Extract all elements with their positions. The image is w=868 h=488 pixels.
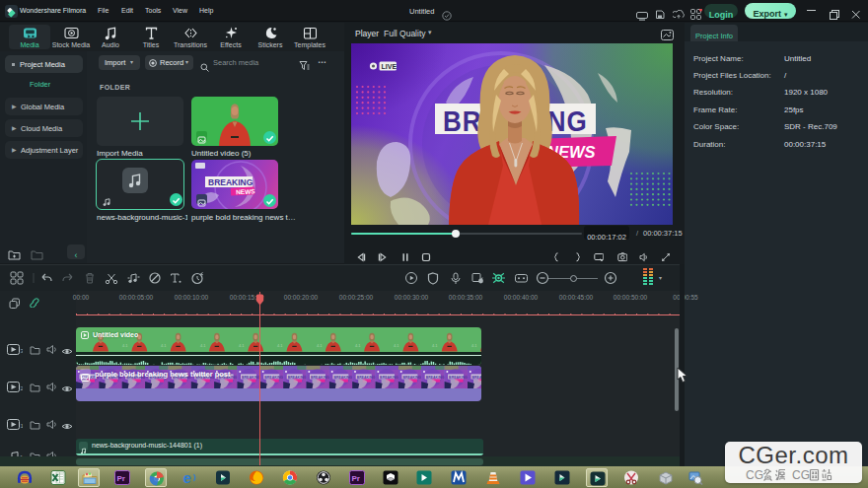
svg-text:e: e [183,469,191,486]
svg-text:LIVE: LIVE [382,63,398,70]
svg-text:4.1: 4.1 [355,343,361,348]
svg-text:BREAKING: BREAKING [449,376,468,380]
svg-text:4.1: 4.1 [432,343,438,348]
svg-text:BREAKING: BREAKING [242,376,260,380]
svg-text:BREAKING: BREAKING [472,376,482,380]
svg-text:4.1: 4.1 [200,343,206,348]
svg-text:4.1: 4.1 [122,343,128,348]
svg-text:3: 3 [21,348,24,354]
svg-text:BREAKING: BREAKING [380,376,398,380]
svg-text:BREAKING: BREAKING [402,376,421,380]
svg-text:4.1: 4.1 [277,343,283,348]
svg-text:2: 2 [21,385,24,391]
svg-text:1: 1 [21,423,24,429]
svg-text:4.1: 4.1 [317,343,323,348]
svg-text:4.1: 4.1 [239,343,245,348]
svg-text:Pr: Pr [352,474,360,483]
svg-text:Pr: Pr [117,474,125,483]
svg-text:NEWS: NEWS [236,187,256,195]
svg-text:4.1: 4.1 [161,343,167,348]
svg-text:BREAKING: BREAKING [208,177,253,187]
svg-text:BREAKING: BREAKING [264,376,283,380]
svg-text:CG: CG [746,468,763,481]
svg-text:4.1: 4.1 [394,343,399,348]
svg-text:BREAKING: BREAKING [426,376,445,380]
svg-text:4.1: 4.1 [471,343,477,348]
svg-text:BREAKING: BREAKING [333,376,352,380]
svg-text:CG: CG [792,468,810,481]
svg-text:BREAKING: BREAKING [357,376,376,380]
svg-text:BREAKING: BREAKING [311,376,329,380]
svg-text:BREAKING: BREAKING [288,376,307,380]
